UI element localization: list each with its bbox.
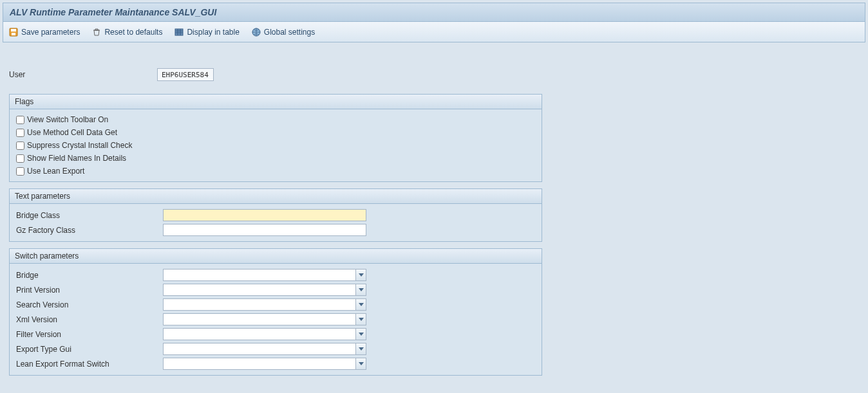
flag-view-switch-toolbar: View Switch Toolbar On xyxy=(16,113,535,126)
reset-defaults-button[interactable]: Reset to defaults xyxy=(91,27,162,37)
print-version-select-wrap xyxy=(163,284,366,296)
flag-label-1: Use Method Cell Data Get xyxy=(27,128,117,137)
text-params-header: Text parameters xyxy=(10,189,542,204)
export-type-gui-select[interactable] xyxy=(163,343,366,355)
user-label: User xyxy=(9,70,157,79)
lean-export-format-select-wrap xyxy=(163,358,366,370)
reset-label: Reset to defaults xyxy=(104,28,162,37)
save-parameters-button[interactable]: Save parameters xyxy=(8,27,80,37)
toolbar: Save parameters Reset to defaults Displa… xyxy=(3,22,865,42)
flag-use-method-cell: Use Method Cell Data Get xyxy=(16,126,535,139)
flag-use-lean-export: Use Lean Export xyxy=(16,165,535,178)
flag-suppress-crystal: Suppress Crystal Install Check xyxy=(16,139,535,152)
xml-version-select-wrap xyxy=(163,313,366,325)
lean-export-format-row: Lean Export Format Switch xyxy=(16,356,535,371)
search-version-select-wrap xyxy=(163,298,366,311)
flag-checkbox-0[interactable] xyxy=(16,116,24,124)
flag-show-field-names: Show Field Names In Details xyxy=(16,152,535,165)
global-settings-button[interactable]: Global settings xyxy=(251,27,315,37)
filter-version-select[interactable] xyxy=(163,328,366,340)
user-row: User EHP6USER584 xyxy=(9,68,862,81)
export-type-gui-row: Export Type Gui xyxy=(16,342,535,356)
gz-factory-class-input[interactable] xyxy=(163,224,366,236)
bridge-label: Bridge xyxy=(16,271,163,280)
flag-label-4: Use Lean Export xyxy=(27,167,84,176)
filter-version-select-wrap xyxy=(163,328,366,340)
title-bar: ALV Runtime Parameter Maintanance SALV_G… xyxy=(3,3,865,22)
global-label: Global settings xyxy=(264,28,315,37)
gz-factory-class-row: Gz Factory Class xyxy=(16,223,535,237)
print-version-row: Print Version xyxy=(16,282,535,297)
filter-version-label: Filter Version xyxy=(16,330,163,339)
search-version-label: Search Version xyxy=(16,300,163,309)
bridge-select-wrap xyxy=(163,269,366,281)
bridge-select[interactable] xyxy=(163,269,366,281)
bridge-class-row: Bridge Class xyxy=(16,208,535,223)
xml-version-select[interactable] xyxy=(163,313,366,325)
svg-rect-3 xyxy=(175,29,183,35)
xml-version-row: Xml Version xyxy=(16,312,535,327)
display-table-button[interactable]: Display in table xyxy=(174,27,239,37)
export-type-gui-select-wrap xyxy=(163,343,366,355)
search-version-row: Search Version xyxy=(16,297,535,312)
user-value: EHP6USER584 xyxy=(157,68,214,81)
lean-export-format-select[interactable] xyxy=(163,358,366,370)
gz-factory-class-label: Gz Factory Class xyxy=(16,226,163,235)
flag-checkbox-1[interactable] xyxy=(16,129,24,137)
trash-icon xyxy=(91,27,102,37)
print-version-select[interactable] xyxy=(163,284,366,296)
content-area: User EHP6USER584 Flags View Switch Toolb… xyxy=(0,42,868,376)
search-version-select[interactable] xyxy=(163,298,366,311)
filter-version-row: Filter Version xyxy=(16,327,535,342)
export-type-gui-label: Export Type Gui xyxy=(16,345,163,354)
flags-group: Flags View Switch Toolbar On Use Method … xyxy=(9,94,542,182)
bridge-class-input[interactable] xyxy=(163,209,366,221)
flag-label-0: View Switch Toolbar On xyxy=(27,115,108,124)
svg-rect-2 xyxy=(12,33,15,35)
switch-params-group: Switch parameters Bridge Print Version S… xyxy=(9,248,542,376)
flag-checkbox-4[interactable] xyxy=(16,167,24,176)
text-params-body: Bridge Class Gz Factory Class xyxy=(10,204,542,241)
table-icon xyxy=(174,27,184,37)
display-label: Display in table xyxy=(187,28,239,37)
lean-export-format-label: Lean Export Format Switch xyxy=(16,360,163,369)
switch-params-header: Switch parameters xyxy=(10,249,542,264)
flags-body: View Switch Toolbar On Use Method Cell D… xyxy=(10,109,542,181)
bridge-class-label: Bridge Class xyxy=(16,211,163,220)
svg-rect-1 xyxy=(11,29,16,32)
save-label: Save parameters xyxy=(21,28,80,37)
flag-label-3: Show Field Names In Details xyxy=(27,154,126,163)
flag-checkbox-3[interactable] xyxy=(16,154,24,163)
xml-version-label: Xml Version xyxy=(16,315,163,324)
page-title: ALV Runtime Parameter Maintanance SALV_G… xyxy=(10,7,858,17)
flag-checkbox-2[interactable] xyxy=(16,142,24,150)
save-icon xyxy=(8,27,19,37)
flags-header: Flags xyxy=(10,95,542,109)
flag-label-2: Suppress Crystal Install Check xyxy=(27,141,132,150)
switch-params-body: Bridge Print Version Search Version xyxy=(10,264,542,375)
globe-icon xyxy=(251,27,261,37)
text-params-group: Text parameters Bridge Class Gz Factory … xyxy=(9,188,542,242)
print-version-label: Print Version xyxy=(16,286,163,295)
bridge-row: Bridge xyxy=(16,268,535,282)
